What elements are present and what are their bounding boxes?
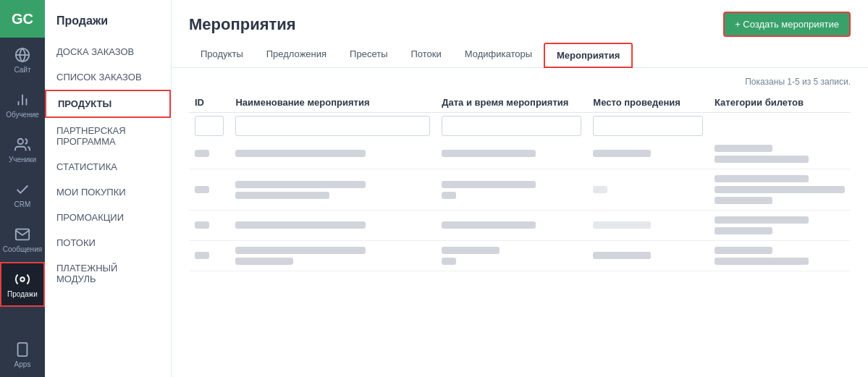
- cell-name-1: [235, 247, 366, 254]
- cell-datetime-2: [442, 258, 456, 265]
- sidebar-item-orders-list[interactable]: СПИСОК ЗАКАЗОВ: [45, 64, 171, 90]
- filter-place[interactable]: [593, 116, 703, 136]
- nav-item-crm[interactable]: CRM: [0, 172, 45, 217]
- cell-category-1: [715, 216, 809, 224]
- sidebar-item-streams[interactable]: ПОТОКИ: [45, 230, 171, 255]
- sidebar-item-statistics[interactable]: СТАТИСТИКА: [45, 154, 171, 179]
- col-header-id: ID: [189, 93, 229, 113]
- sidebar-item-orders-board[interactable]: ДОСКА ЗАКАЗОВ: [45, 39, 171, 64]
- sidebar-title: Продажи: [45, 9, 171, 39]
- cell-datetime-2: [442, 192, 456, 199]
- cell-category-2: [715, 258, 809, 265]
- cell-datetime: [442, 150, 536, 157]
- col-header-place: Место проведения: [587, 93, 709, 113]
- nav-item-sales[interactable]: Продажи: [0, 262, 45, 307]
- cell-name: [235, 150, 366, 157]
- cell-datetime-1: [442, 247, 500, 254]
- tab-modifiers[interactable]: Модификаторы: [453, 43, 544, 68]
- cell-place: [593, 150, 651, 157]
- cell-place: [593, 252, 651, 259]
- page-title: Мероприятия: [189, 15, 296, 34]
- table-header-row: ID Наименование мероприятия Дата и время…: [189, 93, 851, 113]
- nav-label-site: Сайт: [14, 66, 30, 74]
- main-header: Мероприятия + Создать мероприятие: [172, 0, 868, 43]
- cell-place: [593, 186, 607, 193]
- col-header-name: Наименование мероприятия: [229, 93, 436, 113]
- tab-streams[interactable]: Потоки: [399, 43, 452, 68]
- sidebar-item-promo[interactable]: ПРОМОАКЦИИ: [45, 205, 171, 230]
- cell-name-2: [235, 258, 293, 265]
- cell-category-3: [715, 197, 772, 204]
- tab-products[interactable]: Продукты: [189, 43, 255, 68]
- col-header-datetime: Дата и время мероприятия: [436, 93, 587, 113]
- col-header-categories: Категории билетов: [709, 93, 851, 113]
- table-row: [189, 139, 851, 169]
- nav-label-crm: CRM: [14, 200, 31, 208]
- svg-point-5: [18, 138, 23, 143]
- table-container: Показаны 1-5 из 5 записи. ID Наименовани…: [172, 68, 868, 377]
- sidebar-item-my-purchases[interactable]: МОИ ПОКУПКИ: [45, 179, 171, 205]
- table-row: [189, 241, 851, 271]
- nav-label-apps: Apps: [14, 360, 31, 368]
- cell-category-1: [715, 175, 809, 182]
- nav-label-students: Ученики: [9, 156, 36, 164]
- create-event-button[interactable]: + Создать мероприятие: [723, 12, 851, 37]
- tab-presets[interactable]: Пресеты: [338, 43, 399, 68]
- icon-nav: GC Сайт Обучение Ученики CRM Сообщения П…: [0, 0, 45, 377]
- cell-id: [195, 252, 209, 259]
- nav-item-learning[interactable]: Обучение: [0, 82, 45, 127]
- nav-item-site[interactable]: Сайт: [0, 38, 45, 82]
- filter-row: [189, 113, 851, 140]
- cell-name: [235, 221, 366, 229]
- nav-label-learning: Обучение: [6, 111, 39, 119]
- cell-datetime: [442, 221, 536, 229]
- main-content: Мероприятия + Создать мероприятие Продук…: [172, 0, 868, 377]
- tab-events[interactable]: Мероприятия: [544, 43, 633, 68]
- cell-category-1: [715, 247, 772, 254]
- sidebar-item-partner-program[interactable]: ПАРТНЕРСКАЯПРОГРАММА: [45, 118, 171, 154]
- cell-id: [195, 150, 209, 157]
- cell-category-1: [715, 145, 772, 152]
- cell-category-2: [715, 186, 845, 193]
- tab-offers[interactable]: Предложения: [255, 43, 338, 68]
- sidebar-item-products[interactable]: ПРОДУКТЫ: [45, 90, 171, 118]
- nav-label-messages: Сообщения: [3, 245, 42, 253]
- sidebar-item-payment-module[interactable]: ПЛАТЕЖНЫЙ МОДУЛЬ: [45, 255, 171, 292]
- cell-category-2: [715, 156, 809, 163]
- table-meta: Показаны 1-5 из 5 записи.: [189, 77, 851, 87]
- cell-id: [195, 186, 209, 193]
- filter-datetime[interactable]: [442, 116, 581, 136]
- svg-rect-7: [18, 342, 28, 355]
- filter-name[interactable]: [235, 116, 430, 136]
- nav-label-sales: Продажи: [7, 290, 38, 298]
- logo: GC: [0, 0, 45, 38]
- cell-name-2: [235, 192, 329, 199]
- table-row: [189, 211, 851, 241]
- tab-bar: Продукты Предложения Пресеты Потоки Моди…: [172, 43, 868, 68]
- table-row: [189, 169, 851, 211]
- cell-name-1: [235, 181, 366, 188]
- nav-item-students[interactable]: Ученики: [0, 127, 45, 172]
- svg-point-6: [20, 277, 25, 281]
- nav-item-messages[interactable]: Сообщения: [0, 217, 45, 262]
- sidebar: Продажи ДОСКА ЗАКАЗОВ СПИСОК ЗАКАЗОВ ПРО…: [45, 0, 172, 377]
- filter-id[interactable]: [195, 116, 224, 136]
- nav-item-apps[interactable]: Apps: [0, 332, 45, 377]
- cell-category-2: [715, 227, 772, 234]
- events-table: ID Наименование мероприятия Дата и время…: [189, 93, 851, 271]
- cell-id: [195, 221, 209, 229]
- cell-place: [593, 221, 651, 229]
- cell-datetime-1: [442, 181, 536, 188]
